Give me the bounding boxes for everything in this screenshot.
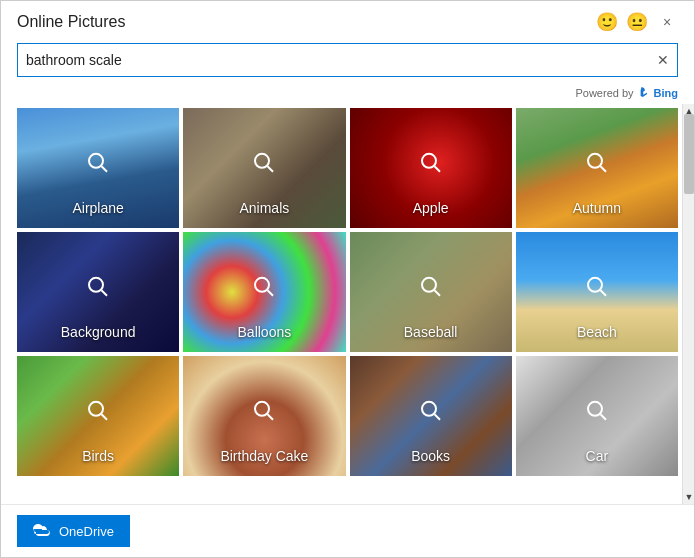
grid-item-label: Autumn	[516, 200, 678, 216]
dialog-title: Online Pictures	[17, 13, 126, 31]
svg-line-19	[268, 414, 274, 420]
svg-point-4	[422, 154, 436, 168]
footer: OneDrive	[1, 504, 694, 557]
grid-area: Airplane Animals Apple Autumn Background…	[1, 104, 694, 504]
svg-point-10	[255, 278, 269, 292]
svg-line-11	[268, 290, 274, 296]
grid-item-airplane[interactable]: Airplane	[17, 108, 179, 228]
grid-item-label: Balloons	[183, 324, 345, 340]
grid-item-label: Airplane	[17, 200, 179, 216]
search-icon	[253, 276, 275, 303]
grid-item-balloons[interactable]: Balloons	[183, 232, 345, 352]
search-icon	[253, 400, 275, 427]
scrollbar-track: ▲ ▼	[682, 104, 694, 504]
search-icon	[586, 152, 608, 179]
grid-item-autumn[interactable]: Autumn	[516, 108, 678, 228]
grid-item-label: Animals	[183, 200, 345, 216]
smiley-icon[interactable]: 🙂	[596, 11, 618, 33]
search-icon	[420, 152, 442, 179]
search-icon	[253, 152, 275, 179]
powered-by-bar: Powered by Bing	[1, 83, 694, 104]
svg-line-23	[600, 414, 606, 420]
grid-item-animals[interactable]: Animals	[183, 108, 345, 228]
grid-item-apple[interactable]: Apple	[350, 108, 512, 228]
svg-point-18	[255, 402, 269, 416]
grid-item-label: Baseball	[350, 324, 512, 340]
svg-line-13	[434, 290, 440, 296]
onedrive-button[interactable]: OneDrive	[17, 515, 130, 547]
image-grid: Airplane Animals Apple Autumn Background…	[1, 104, 682, 480]
svg-point-8	[89, 278, 103, 292]
search-icon	[586, 400, 608, 427]
search-icon	[87, 152, 109, 179]
svg-line-15	[600, 290, 606, 296]
grid-item-label: Beach	[516, 324, 678, 340]
svg-point-22	[588, 402, 602, 416]
svg-line-21	[434, 414, 440, 420]
grid-item-label: Birds	[17, 448, 179, 464]
title-icons: 🙂 😐	[596, 11, 648, 33]
grid-item-baseball[interactable]: Baseball	[350, 232, 512, 352]
search-clear-button[interactable]: ✕	[657, 52, 669, 68]
svg-line-3	[268, 166, 274, 172]
search-icon	[420, 400, 442, 427]
powered-by-label: Powered by	[575, 87, 633, 99]
grid-item-label: Birthday Cake	[183, 448, 345, 464]
title-bar: Online Pictures 🙂 😐 ×	[1, 1, 694, 39]
online-pictures-dialog: Online Pictures 🙂 😐 × ✕ Powered by Bing	[0, 0, 695, 558]
svg-line-1	[102, 166, 108, 172]
svg-point-0	[89, 154, 103, 168]
scrollbar-thumb[interactable]	[684, 114, 694, 194]
search-icon	[87, 276, 109, 303]
onedrive-icon	[33, 522, 51, 540]
svg-line-5	[434, 166, 440, 172]
svg-point-16	[89, 402, 103, 416]
onedrive-label: OneDrive	[59, 524, 114, 539]
search-input[interactable]	[26, 52, 657, 68]
search-input-wrap: ✕	[17, 43, 678, 77]
svg-point-12	[422, 278, 436, 292]
search-bar: ✕	[1, 39, 694, 83]
search-icon	[586, 276, 608, 303]
bing-logo: Bing	[638, 86, 678, 100]
search-icon	[87, 400, 109, 427]
onedrive-cloud-icon	[33, 524, 51, 536]
grid-scroll[interactable]: Airplane Animals Apple Autumn Background…	[1, 104, 682, 504]
close-button[interactable]: ×	[656, 11, 678, 33]
svg-line-17	[102, 414, 108, 420]
grid-item-birthday-cake[interactable]: Birthday Cake	[183, 356, 345, 476]
grid-item-beach[interactable]: Beach	[516, 232, 678, 352]
search-icon	[420, 276, 442, 303]
svg-point-2	[255, 154, 269, 168]
svg-point-20	[422, 402, 436, 416]
svg-line-9	[102, 290, 108, 296]
svg-point-14	[588, 278, 602, 292]
bing-icon	[638, 86, 652, 100]
grid-item-books[interactable]: Books	[350, 356, 512, 476]
grid-item-label: Apple	[350, 200, 512, 216]
grid-item-car[interactable]: Car	[516, 356, 678, 476]
grid-item-label: Car	[516, 448, 678, 464]
grid-item-label: Books	[350, 448, 512, 464]
svg-line-7	[600, 166, 606, 172]
svg-point-6	[588, 154, 602, 168]
grid-item-label: Background	[17, 324, 179, 340]
grid-item-background[interactable]: Background	[17, 232, 179, 352]
grid-item-birds[interactable]: Birds	[17, 356, 179, 476]
scroll-down-button[interactable]: ▼	[683, 490, 694, 504]
confused-icon[interactable]: 😐	[626, 11, 648, 33]
